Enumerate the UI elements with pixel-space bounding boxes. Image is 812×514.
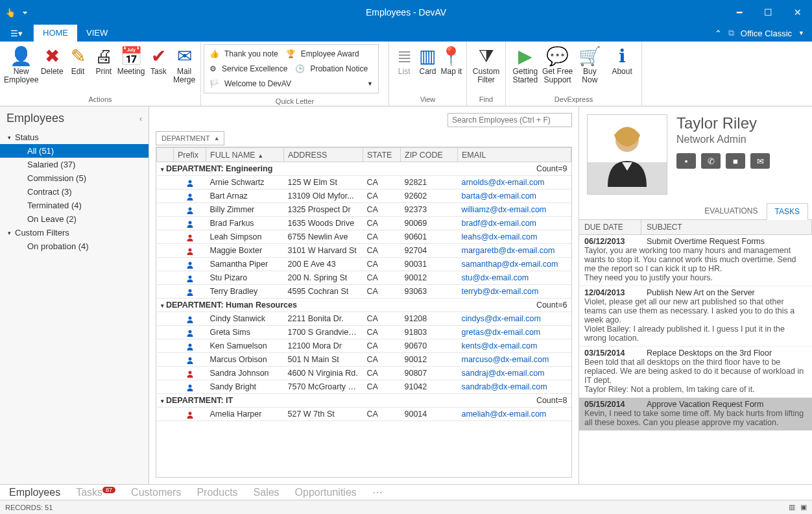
meeting-label: Meeting [117, 67, 145, 76]
custom-filter-button[interactable]: ⧩Custom Filter [471, 44, 501, 84]
nav-tasks[interactable]: Tasks87 [76, 487, 115, 498]
nav-group-custom[interactable]: ▾Custom Filters [0, 226, 149, 239]
sidenav-item[interactable]: On probation (4) [0, 239, 149, 253]
group-row[interactable]: ▾ DEPARTMENT: EngineeringCount=9 [157, 162, 571, 176]
sidenav-item[interactable]: On Leave (2) [0, 212, 149, 226]
ql-service[interactable]: ⚙Service Excellence [209, 62, 287, 75]
support-button[interactable]: 💬Get Free Support [542, 44, 573, 84]
table-row[interactable]: Samantha Piper200 E Ave 43CA90031samanth… [157, 258, 571, 271]
group-row[interactable]: ▾ DEPARTMENT: Human ResourcesCount=6 [157, 299, 571, 312]
video-icon: ■ [733, 156, 738, 166]
table-row[interactable]: Greta Sims1700 S Grandview...CA91803gret… [157, 326, 571, 339]
col-address[interactable]: ADDRESS [284, 148, 363, 162]
col-email[interactable]: EMAIL [458, 148, 571, 162]
edit-button[interactable]: ✎Edit [66, 44, 90, 76]
tab-evaluations[interactable]: EVALUATIONS [696, 202, 766, 219]
table-row[interactable]: Billy Zimmer1325 Prospect DrCA92373willi… [157, 203, 571, 217]
sidenav-item[interactable]: All (51) [0, 144, 149, 158]
col-prefix[interactable]: Prefix [174, 148, 206, 162]
table-row[interactable]: Maggie Boxter3101 W Harvard StCA92704mar… [157, 244, 571, 258]
col-state[interactable]: STATE [363, 148, 401, 162]
svg-point-14 [188, 384, 191, 387]
col-due-date[interactable]: DUE DATE [579, 220, 641, 234]
print-button[interactable]: 🖨Print [91, 44, 116, 76]
chevron-down-icon[interactable]: ▼ [367, 80, 373, 87]
tab-home[interactable]: HOME [34, 25, 77, 42]
theme-dropdown-icon[interactable]: ▼ [798, 30, 804, 36]
table-row[interactable]: Brad Farkus1635 Woods DriveCA90069bradf@… [157, 217, 571, 230]
tab-tasks[interactable]: TASKS [767, 203, 808, 220]
nav-customers[interactable]: Customers [131, 487, 181, 498]
col-expander[interactable] [157, 148, 174, 162]
mail-button[interactable]: ✉ [750, 153, 770, 169]
table-row[interactable]: Cindy Stanwick2211 Bonita Dr.CA91208cind… [157, 312, 571, 326]
table-row[interactable]: Stu Pizaro200 N. Spring StCA90012stu@dx-… [157, 271, 571, 285]
ql-welcome[interactable]: 🏳️Welcome to DevAV▼ [209, 77, 373, 90]
chat-button[interactable]: ▪ [676, 153, 696, 169]
task-item[interactable]: 03/15/2014Replace Desktops on the 3rd Fl… [579, 347, 812, 398]
ql-award[interactable]: 🏆Employee Award [286, 47, 359, 60]
task-button[interactable]: ✔Task [146, 44, 171, 76]
group-by-chip[interactable]: DEPARTMENT▲ [156, 131, 224, 145]
nav-employees[interactable]: Employees [9, 487, 60, 498]
table-row[interactable]: Amelia Harper527 W 7th StCA90014ameliah@… [157, 408, 571, 421]
map-button[interactable]: 📍Map it [440, 44, 462, 76]
sidenav-item[interactable]: Salaried (37) [0, 158, 149, 171]
mail-merge-button[interactable]: ✉Mail Merge [172, 44, 197, 84]
table-row[interactable]: Marcus Orbison501 N Main StCA90012marcus… [157, 353, 571, 367]
qat-dropdown-icon[interactable]: ⏷ [22, 9, 29, 16]
ql-probation[interactable]: 🕒Probation Notice [295, 62, 368, 75]
buy-button[interactable]: 🛒Buy Now [575, 44, 606, 84]
table-row[interactable]: Arnie Schwartz125 W Elm StCA92821arnolds… [157, 176, 571, 190]
nav-sales[interactable]: Sales [254, 487, 280, 498]
minimize-button[interactable]: ━ [724, 0, 754, 25]
close-button[interactable]: ✕ [783, 0, 812, 25]
group-row[interactable]: ▾ DEPARTMENT: ITCount=8 [157, 394, 571, 408]
task-item[interactable]: 05/15/2014Approve Vacation Request FormK… [579, 398, 812, 431]
new-employee-button[interactable]: 👤New Employee [4, 44, 38, 84]
nav-products[interactable]: Products [197, 487, 237, 498]
col-name[interactable]: FULL NAME ▲ [206, 148, 284, 162]
task-label: Task [150, 67, 167, 76]
about-button[interactable]: ℹAbout [606, 44, 638, 76]
nav-more-icon[interactable]: ⋯ [372, 486, 383, 498]
maximize-button[interactable]: ☐ [754, 0, 783, 25]
nav-group-status[interactable]: ▾Status [0, 130, 149, 144]
flag-icon: 🏳️ [209, 79, 219, 88]
layout-icon-2[interactable]: ▣ [800, 503, 807, 511]
sidenav-item[interactable]: Commission (5) [0, 171, 149, 185]
theme-label[interactable]: Office Classic [741, 29, 792, 38]
meeting-button[interactable]: 📅Meeting [117, 44, 145, 76]
ribbon-collapse-icon[interactable]: ⌃ [715, 29, 722, 38]
search-input[interactable] [448, 113, 572, 127]
table-row[interactable]: Leah Simpson6755 Newlin AveCA90601leahs@… [157, 230, 571, 244]
getting-started-button[interactable]: ▶Getting Started [510, 44, 541, 84]
col-zip[interactable]: ZIP CODE [401, 148, 458, 162]
task-item[interactable]: 12/04/2013Publish New Art on the ServerV… [579, 286, 812, 347]
delete-button[interactable]: ✖Delete [40, 44, 64, 76]
sidenav-item[interactable]: Contract (3) [0, 185, 149, 199]
col-subject[interactable]: SUBJECT [641, 220, 812, 234]
table-row[interactable]: Terry Bradley4595 Cochran StCA93063terry… [157, 285, 571, 299]
play-icon: ▶ [515, 45, 536, 66]
table-row[interactable]: Bart Arnaz13109 Old Myfor...CA92602barta… [157, 190, 571, 203]
tab-view[interactable]: VIEW [77, 25, 117, 42]
person-icon [186, 315, 194, 323]
list-view-button[interactable]: ≣List [393, 44, 415, 76]
pencil-icon: ✎ [67, 45, 88, 66]
collapse-sidenav-icon[interactable]: ‹ [139, 114, 142, 123]
task-item[interactable]: 06/12/2013Submit Overtime Request FormsT… [579, 235, 812, 286]
table-row[interactable]: Ken Samuelson12100 Mora DrCA90670kents@d… [157, 339, 571, 353]
table-row[interactable]: Sandra Johnson4600 N Virginia Rd.CA90807… [157, 367, 571, 380]
person-icon [186, 384, 194, 391]
caret-down-icon: ▾ [161, 398, 164, 404]
nav-opportunities[interactable]: Opportunities [295, 487, 357, 498]
video-button[interactable]: ■ [726, 153, 745, 169]
layout-icon-1[interactable]: ▥ [789, 503, 795, 511]
card-view-button[interactable]: ▥Card [416, 44, 438, 76]
file-menu-button[interactable]: ☰▾ [0, 25, 34, 42]
table-row[interactable]: Sandy Bright7570 McGroarty TerCA91042san… [157, 380, 571, 394]
sidenav-item[interactable]: Terminated (4) [0, 199, 149, 212]
call-button[interactable]: ✆ [701, 153, 721, 169]
ql-thank-you[interactable]: 👍Thank you note [209, 47, 278, 60]
